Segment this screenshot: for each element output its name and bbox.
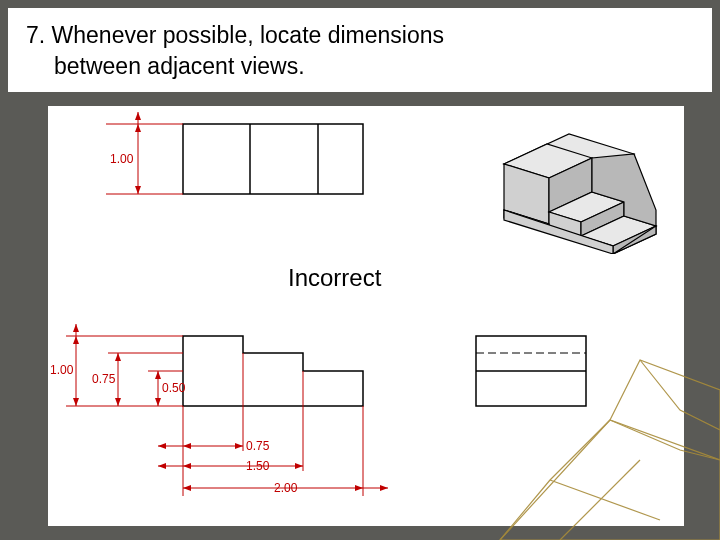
top-view: 1.00 [58, 106, 378, 226]
svg-marker-31 [115, 398, 121, 406]
svg-marker-47 [183, 463, 191, 469]
svg-marker-9 [135, 112, 141, 120]
dim-x1: 0.75 [246, 439, 270, 453]
drawing-canvas: 1.00 Incorrect [48, 106, 684, 526]
rule-header: 7. Whenever possible, locate dimensions … [8, 8, 712, 92]
dim-step-h2: 0.50 [162, 381, 186, 395]
svg-marker-42 [183, 443, 191, 449]
rule-text-line2: between adjacent views. [26, 51, 694, 82]
svg-marker-43 [235, 443, 243, 449]
svg-marker-33 [155, 371, 161, 379]
svg-marker-55 [380, 485, 388, 491]
front-view: 1.00 0.75 0.50 0.75 1.50 [48, 306, 408, 516]
svg-rect-0 [183, 124, 363, 194]
svg-marker-36 [73, 324, 79, 332]
svg-marker-53 [355, 485, 363, 491]
svg-marker-34 [155, 398, 161, 406]
svg-marker-28 [73, 398, 79, 406]
svg-marker-6 [135, 124, 141, 132]
svg-marker-7 [135, 186, 141, 194]
dim-front-h: 1.00 [50, 363, 74, 377]
svg-marker-48 [295, 463, 303, 469]
svg-marker-45 [158, 443, 166, 449]
dim-step-h1: 0.75 [92, 372, 116, 386]
rule-text-line1: 7. Whenever possible, locate dimensions [26, 20, 694, 51]
dim-total-w: 2.00 [274, 481, 298, 495]
svg-marker-27 [73, 336, 79, 344]
side-view [466, 331, 606, 431]
svg-marker-50 [158, 463, 166, 469]
dim-x2: 1.50 [246, 459, 270, 473]
dim-top-depth: 1.00 [110, 152, 134, 166]
svg-marker-30 [115, 353, 121, 361]
svg-marker-52 [183, 485, 191, 491]
incorrect-label: Incorrect [288, 264, 381, 292]
isometric-view [474, 114, 674, 254]
